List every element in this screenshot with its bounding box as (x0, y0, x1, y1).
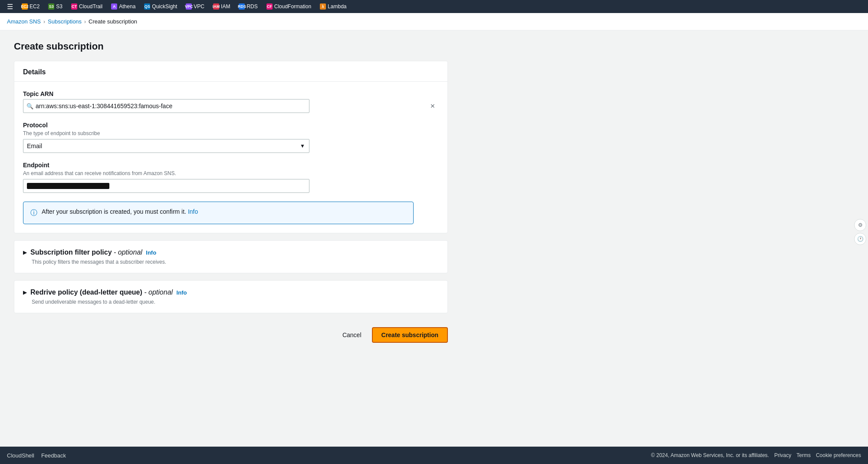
nav-item-ec2[interactable]: EC2 EC2 (18, 1, 43, 12)
details-card-title: Details (23, 68, 46, 76)
page-title: Create subscription (14, 41, 448, 52)
topic-arn-group: Topic ARN 🔍 ✕ (23, 90, 439, 113)
info-circle-icon: ⓘ (30, 209, 37, 218)
nav-item-cloudtrail[interactable]: CT CloudTrail (68, 1, 106, 12)
filter-policy-card: ▶ Subscription filter policy - optional … (14, 240, 448, 273)
nav-item-iam[interactable]: IAM IAM (210, 1, 233, 12)
nav-label-lambda: Lambda (328, 3, 346, 10)
protocol-group: Protocol The type of endpoint to subscri… (23, 122, 439, 153)
nav-label-vpc: VPC (194, 3, 204, 10)
nav-item-rds[interactable]: RDS RDS (235, 1, 261, 12)
details-card-body: Topic ARN 🔍 ✕ Protocol The type of endpo… (14, 82, 447, 233)
endpoint-group: Endpoint An email address that can recei… (23, 162, 439, 193)
ec2-icon: EC2 (22, 3, 28, 10)
topic-arn-label: Topic ARN (23, 90, 439, 97)
nav-item-athena[interactable]: A Athena (108, 1, 139, 12)
top-nav: ☰ EC2 EC2 S3 S3 CT CloudTrail A Athena Q… (0, 0, 868, 13)
details-card: Details Topic ARN 🔍 ✕ Protocol The type … (14, 61, 448, 233)
s3-icon: S3 (48, 3, 54, 10)
filter-policy-title: Subscription filter policy - optional In… (30, 249, 156, 256)
quicksight-icon: QS (144, 3, 150, 10)
hamburger-menu[interactable]: ☰ (3, 3, 16, 11)
nav-label-athena: Athena (119, 3, 135, 10)
cloudtrail-icon: CT (71, 3, 77, 10)
redrive-policy-card: ▶ Redrive policy (dead-letter queue) - o… (14, 280, 448, 313)
protocol-select-wrapper: HTTP HTTPS Email Email-JSON Amazon SQS A… (23, 139, 309, 153)
breadcrumb: Amazon SNS › Subscriptions › Create subs… (7, 18, 137, 25)
redrive-policy-info-link[interactable]: Info (177, 289, 187, 296)
cloudformation-icon: CF (266, 3, 273, 10)
filter-policy-description: This policy filters the messages that a … (32, 259, 439, 265)
filter-policy-header[interactable]: ▶ Subscription filter policy - optional … (23, 249, 439, 256)
nav-item-cloudformation[interactable]: CF CloudFormation (263, 1, 315, 12)
nav-item-vpc[interactable]: VPC VPC (182, 1, 208, 12)
breadcrumb-amazon-sns[interactable]: Amazon SNS (7, 18, 41, 25)
redrive-policy-description: Send undeliverable messages to a dead-le… (32, 299, 439, 305)
nav-label-quicksight: QuickSight (152, 3, 177, 10)
filter-policy-info-link[interactable]: Info (146, 249, 156, 256)
nav-label-iam: IAM (221, 3, 230, 10)
clock-icon[interactable]: 🕐 (854, 233, 866, 245)
endpoint-label: Endpoint (23, 162, 439, 169)
nav-item-quicksight[interactable]: QS QuickSight (141, 1, 181, 12)
protocol-label: Protocol (23, 122, 439, 129)
protocol-description: The type of endpoint to subscribe (23, 130, 439, 136)
info-box: ⓘ After your subscription is created, yo… (23, 202, 414, 224)
endpoint-input[interactable] (23, 179, 309, 193)
filter-policy-toggle-icon: ▶ (23, 249, 27, 255)
clear-icon[interactable]: ✕ (430, 103, 435, 109)
vpc-icon: VPC (186, 3, 192, 10)
side-icons: ⚙ 🕐 (852, 215, 868, 249)
nav-label-cloudformation: CloudFormation (274, 3, 311, 10)
topic-arn-input[interactable] (23, 99, 309, 113)
action-bar: Cancel Create subscription (14, 320, 448, 350)
info-box-text: After your subscription is created, you … (42, 208, 198, 215)
rds-icon: RDS (239, 3, 245, 10)
info-link[interactable]: Info (188, 208, 198, 215)
details-card-header: Details (14, 61, 447, 82)
breadcrumb-sep-2: › (84, 19, 86, 25)
filter-policy-optional: - optional (114, 249, 142, 256)
redrive-policy-title: Redrive policy (dead-letter queue) - opt… (30, 288, 187, 296)
cancel-button[interactable]: Cancel (337, 329, 367, 341)
search-icon: 🔍 (26, 103, 33, 109)
endpoint-input-wrapper (23, 179, 309, 193)
protocol-select[interactable]: HTTP HTTPS Email Email-JSON Amazon SQS A… (23, 139, 309, 153)
nav-label-s3: S3 (56, 3, 62, 10)
nav-label-ec2: EC2 (30, 3, 39, 10)
redrive-policy-optional: - optional (144, 288, 173, 296)
athena-icon: A (111, 3, 117, 10)
settings-icon[interactable]: ⚙ (854, 219, 866, 231)
secondary-bar: Amazon SNS › Subscriptions › Create subs… (0, 13, 868, 30)
endpoint-description: An email address that can receive notifi… (23, 170, 439, 176)
lambda-icon: λ (320, 3, 326, 10)
main-content: Create subscription Details Topic ARN 🔍 … (0, 30, 868, 447)
iam-icon: IAM (213, 3, 219, 10)
topic-arn-input-wrapper: 🔍 ✕ (23, 99, 439, 113)
nav-item-lambda[interactable]: λ Lambda (316, 1, 350, 12)
create-subscription-button[interactable]: Create subscription (372, 327, 448, 343)
nav-label-cloudtrail: CloudTrail (79, 3, 102, 10)
breadcrumb-current: Create subscription (89, 18, 137, 25)
nav-item-s3[interactable]: S3 S3 (45, 1, 66, 12)
redrive-policy-toggle-icon: ▶ (23, 289, 27, 295)
redrive-policy-header[interactable]: ▶ Redrive policy (dead-letter queue) - o… (23, 288, 439, 296)
breadcrumb-subscriptions[interactable]: Subscriptions (48, 18, 82, 25)
nav-label-rds: RDS (247, 3, 257, 10)
breadcrumb-sep-1: › (43, 19, 45, 25)
